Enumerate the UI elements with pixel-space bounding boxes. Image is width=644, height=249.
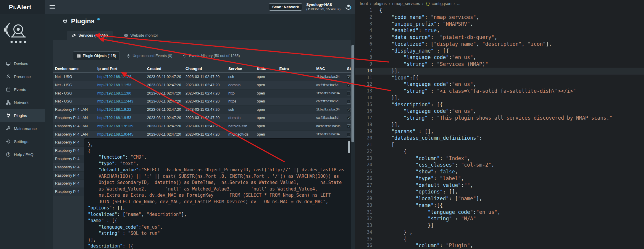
status-checkbox[interactable]: ✓ [347,75,351,79]
overlay-code-line: }, [88,141,348,148]
breadcrumb-item-front[interactable]: front [360,1,368,6]
app-logo[interactable]: Pi.Alert [0,0,45,14]
sidebar-item-plugins[interactable]: Plugins [0,109,45,122]
table-row: Raspberry Pi 4 LANhttp://192.168.1.9:445… [53,131,351,139]
editor-line: 33 }] [355,222,644,229]
column-header-changed[interactable]: Changed [183,65,226,72]
status-checkbox[interactable]: ✓ [347,108,351,112]
changed-cell: 2023-03-11 02:47:20 [183,131,226,139]
column-header-service[interactable]: Service [226,65,254,72]
editor-line: 15 "description": [{ [355,101,644,108]
sidebar-item-devices[interactable]: Devices [0,57,45,70]
column-header-device-name[interactable]: Device name [53,65,95,72]
app-logo-text: Pi.Alert [9,4,31,11]
overlay-scrollbar-thumb[interactable] [348,141,350,153]
created-cell: 2023-03-11 02:47:20 [145,97,183,105]
support-icon[interactable] [345,3,352,11]
ip-port-link[interactable]: http://192.168.1.9:445 [97,132,133,136]
column-header-ip-and-port[interactable]: Ip and Port [95,65,145,72]
ip-port-link[interactable]: http://192.168.1.1:22 [97,75,131,79]
status-checkbox[interactable]: ✓ [347,124,351,128]
breadcrumb-item-plugins[interactable]: plugins [374,1,387,6]
sidebar-item-settings[interactable]: Settings [0,135,45,148]
code-line-text: "language_code":"en_us", [379,108,476,115]
sidebar-menu: DevicesPresenceEventsNetworkPluginsMaint… [0,57,45,161]
breadcrumb: front›plugins›nmap_services›{}config.jso… [355,0,644,7]
code-line-text: "default_value":"", [379,182,473,189]
sidebar-item-label: Devices [14,61,28,66]
ip-port-link[interactable]: http://192.168.1.9:22 [97,108,131,112]
status-checkbox[interactable]: ✓ [347,133,351,136]
tab-website-monitor[interactable]: Website monitor [119,31,163,40]
overlay-code-line: "options": [], [88,205,348,211]
editor-line: 36 "column": "Plugin", [355,242,644,249]
help-badge[interactable] [97,18,100,20]
status-cell: ✓ [345,89,351,97]
ip-port-link[interactable]: http://192.168.1.1:53 [97,83,131,87]
subtabs: Plugin Objects (115)Unprocessed Events (… [73,51,244,60]
code-editor[interactable]: front›plugins›nmap_services›{}config.jso… [355,0,644,249]
code-line-text: "code_name": "nmap_services", [379,14,479,21]
line-number: 29 [355,195,372,202]
status-checkbox[interactable]: ✓ [347,92,351,95]
code-line-text: }, [88,141,348,148]
line-number: 14 [355,95,372,101]
code-line-text: "type": "text", [88,161,348,167]
overlay-code-line: }], [88,237,348,243]
sidebar-item-help-faq[interactable]: ?Help / FAQ [0,148,45,161]
line-number: 23 [355,155,372,162]
ip-port-link[interactable]: http://192.168.1.9:53 [97,116,131,120]
code-line-text: "options": [], [379,188,458,195]
breadcrumb-separator: › [370,1,372,6]
network-icon [6,100,11,105]
devices-icon [6,61,11,66]
column-header-created[interactable]: Created [145,65,183,72]
ip-port-link[interactable]: http://192.168.1.9:139 [97,124,133,128]
editor-line: 31 "language_code":"en_us", [355,209,644,216]
status-checkbox[interactable]: ✓ [347,116,351,120]
status-checkbox[interactable]: ✓ [347,100,351,104]
code-line-text: }], [379,121,401,128]
code-line-text: "show": false, [379,168,458,175]
app-scrollbar-thumb[interactable] [351,45,354,142]
column-header-extra[interactable]: Extra [277,65,314,72]
sidebar-item-maintenance[interactable]: Maintenance [0,122,45,135]
ip-port-cell: http://192.168.1.9:139 [95,122,145,130]
tab-services-nmap[interactable]: Services (NMAP) [67,31,113,40]
overlay-code-lines: },{ "function": "CMD", "type": "text", "… [88,141,348,249]
sidebar-item-network[interactable]: Network [0,96,45,109]
hamburger-icon[interactable] [49,4,55,10]
column-header-mac[interactable]: MAC [314,65,345,72]
code-line-text: "language_code":"en_us", [88,224,348,231]
breadcrumb-item-[interactable]: ... [457,1,461,6]
changed-cell: 2023-03-11 02:47:20 [183,114,226,122]
ip-port-link[interactable]: http://192.168.1.1:80 [97,91,131,95]
app-scrollbar[interactable] [351,14,355,249]
code-line-text: "language_code":"en_us", [379,54,476,61]
subtab-unprocessed-events-0[interactable]: Unprocessed Events (0) [123,51,176,60]
editor-line: 28 "options": [], [355,188,644,195]
created-cell: 2023-03-11 02:47:20 [145,73,183,81]
sidebar-item-events[interactable]: Events [0,83,45,96]
column-header-stat[interactable]: Stat [345,65,351,72]
status-checkbox[interactable]: ✓ [347,83,351,87]
subtab-plugin-objects-115[interactable]: Plugin Objects (115) [73,51,120,60]
breadcrumb-item-nmap-services[interactable]: nmap_services [392,1,420,6]
code-line-text: "language_code":"en_us", [379,81,476,88]
ip-port-cell: http://192.168.1.9:445 [95,131,145,139]
maintenance-icon [6,126,11,131]
line-number: 11 [355,74,372,81]
subtab-events-history-50-out-of-1265[interactable]: Events History (50 out of 1265) [179,51,243,60]
sidebar-item-presence[interactable]: Presence [0,70,45,83]
host-timestamp: (11/03/2023, 15:46:07) [306,7,340,11]
page-title: Plugins [62,17,100,25]
code-line-text: [ [379,141,394,148]
code-line-text: "display_name" : [{ [379,48,449,54]
editor-line: 2 "code_name": "nmap_services", [355,14,644,21]
plugins-icon [6,113,11,118]
breadcrumb-item-config-json[interactable]: {}config.json [426,1,452,6]
scan-status-badge: Scan: Network [269,3,302,11]
ip-port-link[interactable]: http://192.168.1.1:443 [97,99,133,103]
column-header-state[interactable]: State [254,65,277,72]
status-cell: ✓ [345,81,351,89]
